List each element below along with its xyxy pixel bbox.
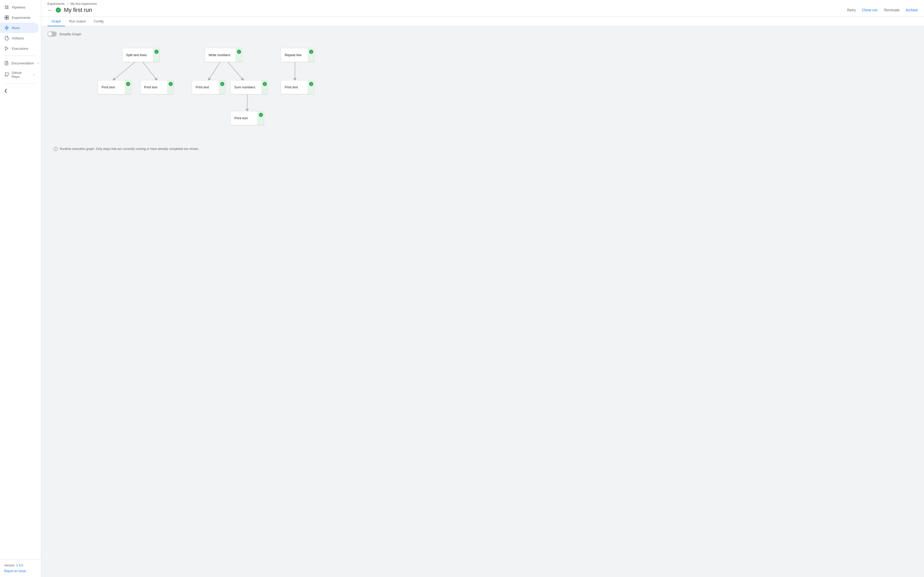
status-check-icon: ✓ <box>259 113 263 117</box>
breadcrumb: Experiments > My first experiment <box>47 0 918 7</box>
node-label: Sum numbers <box>231 81 262 94</box>
sidebar-item-runs[interactable]: Runs <box>0 23 39 33</box>
version-link[interactable]: 1.4.0 <box>16 564 23 567</box>
simplify-toggle: Simplify Graph <box>47 31 918 37</box>
node-status: ✓ <box>308 81 314 94</box>
node-repeat-line[interactable]: Repeat line ✓ <box>281 48 314 62</box>
node-label: Split text lines <box>123 48 153 62</box>
experiments-icon <box>4 15 9 20</box>
status-check-icon: ✓ <box>126 82 130 86</box>
sidebar-item-artifacts[interactable]: Artifacts <box>0 33 39 43</box>
pipelines-icon <box>4 5 9 10</box>
github-icon <box>4 72 9 77</box>
info-icon: i <box>53 147 58 151</box>
svg-line-11 <box>113 62 135 80</box>
title-row: ← ✓ My first run Retry Clone run Termina… <box>47 7 918 16</box>
simplify-toggle-switch[interactable] <box>47 31 57 37</box>
graph-footer: i Runtime execution graph. Only steps th… <box>53 147 924 151</box>
sidebar-collapse-button[interactable]: ❮ <box>0 85 39 95</box>
tab-config[interactable]: Config <box>90 17 108 26</box>
archive-action[interactable]: Archive <box>906 8 918 12</box>
status-check-icon: ✓ <box>169 82 173 86</box>
sidebar-nav: Pipelines Experiments Runs Artifacts Exe… <box>0 0 41 559</box>
documentation-icon <box>4 61 9 66</box>
status-check-icon: ✓ <box>154 50 158 54</box>
node-label: Print text <box>98 81 125 94</box>
node-print-text-3[interactable]: Print text ✓ <box>192 80 225 94</box>
external-link-icon: ↗ <box>33 73 35 76</box>
retry-action[interactable]: Retry <box>847 8 856 12</box>
node-status: ✓ <box>167 81 173 94</box>
node-sum-numbers[interactable]: Sum numbers ✓ <box>231 80 268 94</box>
breadcrumb-parent[interactable]: Experiments <box>47 2 65 6</box>
status-check-icon: ✓ <box>263 82 267 86</box>
svg-line-12 <box>143 62 157 80</box>
sidebar-item-label: Runs <box>12 26 19 30</box>
title-left: ← ✓ My first run <box>47 7 92 13</box>
sidebar-item-experiments[interactable]: Experiments <box>0 12 39 23</box>
node-split-text-lines[interactable]: Split text lines ✓ <box>122 48 160 62</box>
sidebar-item-label: Artifacts <box>12 36 24 40</box>
node-status: ✓ <box>125 81 131 94</box>
node-status: ✓ <box>153 48 159 62</box>
run-status-icon: ✓ <box>56 8 61 13</box>
node-label: Print text <box>231 111 258 125</box>
title-actions: Retry Clone run Terminate Archive <box>847 8 918 12</box>
sidebar-divider-2 <box>4 83 37 84</box>
node-label: Repeat line <box>281 48 308 62</box>
sidebar-item-github[interactable]: Github Repo ↗ <box>0 68 39 81</box>
svg-rect-4 <box>5 16 6 17</box>
footer-text: Runtime execution graph. Only steps that… <box>60 147 199 151</box>
node-label: Print text <box>192 81 219 94</box>
sidebar-item-label: Documentation <box>11 61 34 65</box>
sidebar-item-label: Executions <box>12 47 28 50</box>
node-print-text-2[interactable]: Print text ✓ <box>140 80 174 94</box>
tab-run-output[interactable]: Run output <box>65 17 90 26</box>
svg-point-0 <box>5 6 6 7</box>
tab-graph[interactable]: Graph <box>47 17 65 26</box>
back-button[interactable]: ← <box>47 7 53 13</box>
svg-rect-6 <box>5 18 6 19</box>
svg-point-1 <box>7 6 8 7</box>
sidebar-item-label: Experiments <box>12 16 31 19</box>
external-link-icon: ↗ <box>37 62 39 64</box>
artifacts-icon <box>4 35 9 41</box>
node-status: ✓ <box>236 48 242 62</box>
sidebar-bottom: Version: 1.4.0 Report an Issue <box>0 559 41 577</box>
svg-rect-5 <box>7 16 8 17</box>
svg-point-2 <box>5 8 6 9</box>
tabs: Graph Run output Config <box>41 17 924 26</box>
svg-marker-8 <box>5 47 8 50</box>
report-issue-link[interactable]: Report an Issue <box>4 569 26 573</box>
executions-icon <box>4 46 9 51</box>
sidebar-item-pipelines[interactable]: Pipelines <box>0 2 39 12</box>
clone-run-action[interactable]: Clone run <box>862 8 877 12</box>
node-label: Print text <box>141 81 167 94</box>
status-check-icon: ✓ <box>220 82 224 86</box>
node-write-numbers[interactable]: Write numbers ✓ <box>205 48 242 62</box>
node-print-text-4[interactable]: Print text ✓ <box>281 80 314 94</box>
sidebar-item-documentation[interactable]: Documentation ↗ <box>0 58 39 68</box>
sidebar-item-label: Pipelines <box>12 5 26 9</box>
sidebar-item-label: Github Repo <box>11 71 30 79</box>
page-title: My first run <box>64 7 92 13</box>
terminate-action[interactable]: Terminate <box>884 8 900 12</box>
dag-container: Split text lines ✓ Write numbers ✓ Repea… <box>47 43 331 146</box>
svg-rect-7 <box>7 18 8 19</box>
svg-line-14 <box>228 62 243 80</box>
sidebar-item-executions[interactable]: Executions <box>0 43 39 53</box>
node-print-text-1[interactable]: Print text ✓ <box>98 80 131 94</box>
node-print-text-5[interactable]: Print text ✓ <box>231 111 264 125</box>
simplify-label: Simplify Graph <box>59 32 81 36</box>
status-check-icon: ✓ <box>309 50 313 54</box>
status-check-icon: ✓ <box>237 50 241 54</box>
graph-area: Simplify Graph <box>41 26 924 577</box>
status-check-icon: ✓ <box>309 82 313 86</box>
sidebar: Pipelines Experiments Runs Artifacts Exe… <box>0 0 41 577</box>
runs-icon <box>4 25 9 31</box>
collapse-icon: ❮ <box>4 88 8 93</box>
node-label: Print text <box>281 81 308 94</box>
svg-line-13 <box>208 62 220 80</box>
node-status: ✓ <box>219 81 225 94</box>
main-content: Experiments > My first experiment ← ✓ My… <box>41 0 924 577</box>
